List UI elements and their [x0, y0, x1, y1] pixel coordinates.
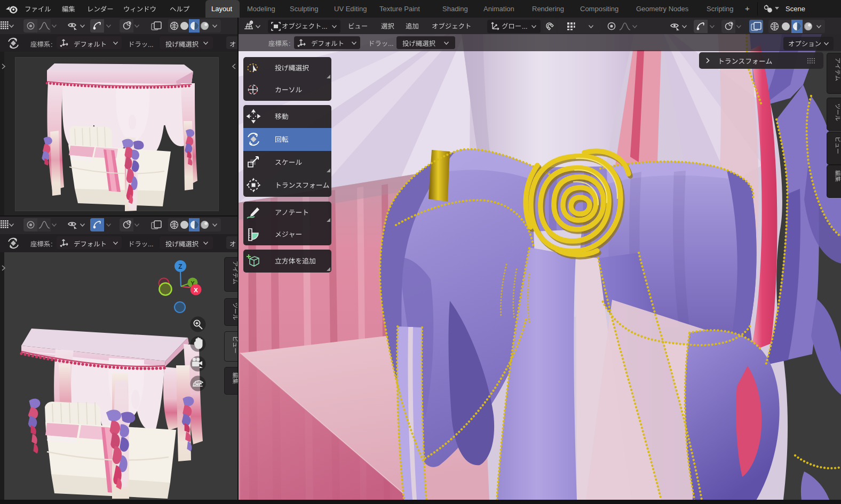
svg-text:Z: Z	[178, 263, 182, 270]
svg-text:X: X	[194, 287, 198, 293]
